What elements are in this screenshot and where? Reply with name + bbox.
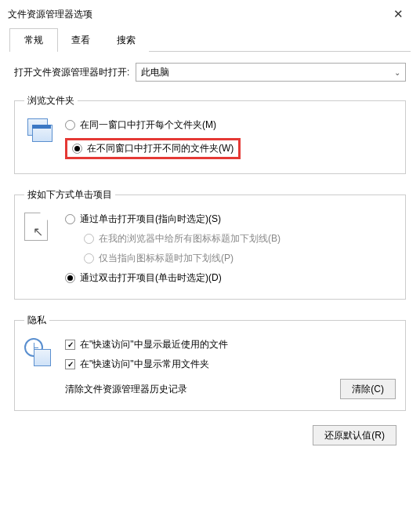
radio-icon [84,253,94,264]
radio-same-window[interactable]: 在同一窗口中打开每个文件夹(M) [65,115,396,135]
open-target-label: 打开文件资源管理器时打开: [14,66,129,79]
browse-folders-group: 浏览文件夹 在同一窗口中打开每个文件夹(M) 在不同窗口中打开不同的文件夹(W) [14,94,406,174]
checkbox-frequent-folders-label: 在"快速访问"中显示常用文件夹 [80,358,209,371]
radio-new-window-label: 在不同窗口中打开不同的文件夹(W) [87,142,234,155]
clear-button[interactable]: 清除(C) [340,379,396,399]
footer-buttons: 还原默认值(R) [9,425,411,445]
browse-folders-legend: 浏览文件夹 [24,94,78,107]
close-icon[interactable]: ✕ [384,7,412,21]
clock-icon [24,338,56,369]
radio-underline-all-label: 在我的浏览器中给所有图标标题加下划线(B) [99,232,281,245]
dialog-window: 文件资源管理器选项 ✕ 常规 查看 搜索 打开文件资源管理器时打开: 此电脑 ⌄… [0,0,420,509]
privacy-legend: 隐私 [24,314,49,327]
tab-view[interactable]: 查看 [58,28,103,52]
content-area: 常规 查看 搜索 打开文件资源管理器时打开: 此电脑 ⌄ 浏览文件夹 在同一窗口… [0,25,420,455]
radio-underline-point: 仅当指向图标标题时加下划线(P) [65,249,396,268]
highlight-box: 在不同窗口中打开不同的文件夹(W) [65,138,241,159]
radio-double-click[interactable]: 通过双击打开项目(单击时选定)(D) [65,268,396,288]
click-style-legend: 按如下方式单击项目 [24,188,115,202]
radio-icon [65,214,75,224]
radio-new-window[interactable]: 在不同窗口中打开不同的文件夹(W) [65,135,396,162]
tab-strip: 常规 查看 搜索 [9,28,411,52]
checkbox-frequent-folders[interactable]: 在"快速访问"中显示常用文件夹 [65,354,396,374]
titlebar: 文件资源管理器选项 ✕ [0,0,420,25]
chevron-down-icon: ⌄ [394,68,400,77]
click-style-group: 按如下方式单击项目 ↖ 通过单击打开项目(指向时选定)(S) 在我的浏览器中给所… [14,188,406,300]
clear-history-label: 清除文件资源管理器历史记录 [65,383,187,396]
radio-icon [72,144,82,154]
checkbox-recent-files-label: 在"快速访问"中显示最近使用的文件 [80,338,228,351]
open-target-row: 打开文件资源管理器时打开: 此电脑 ⌄ [14,63,406,82]
restore-defaults-button[interactable]: 还原默认值(R) [313,425,396,445]
open-target-value: 此电脑 [141,66,169,79]
radio-icon [65,120,75,130]
open-target-select[interactable]: 此电脑 ⌄ [136,63,406,82]
radio-single-click[interactable]: 通过单击打开项目(指向时选定)(S) [65,209,396,229]
radio-double-click-label: 通过双击打开项目(单击时选定)(D) [80,271,222,285]
radio-underline-all: 在我的浏览器中给所有图标标题加下划线(B) [65,229,396,249]
tab-general[interactable]: 常规 [9,28,58,52]
radio-icon [65,273,75,283]
page-cursor-icon: ↖ [24,213,48,241]
windows-icon [24,118,52,147]
checkbox-recent-files[interactable]: 在"快速访问"中显示最近使用的文件 [65,335,396,354]
tab-search[interactable]: 搜索 [103,28,149,52]
window-title: 文件资源管理器选项 [8,8,92,21]
radio-same-window-label: 在同一窗口中打开每个文件夹(M) [80,118,216,132]
radio-underline-point-label: 仅当指向图标标题时加下划线(P) [99,252,234,265]
radio-icon [84,234,94,244]
checkbox-icon [65,359,75,369]
radio-single-click-label: 通过单击打开项目(指向时选定)(S) [80,213,221,226]
checkbox-icon [65,340,75,350]
privacy-group: 隐私 在"快速访问"中显示最近使用的文件 在"快速访问"中显示常用文件 [14,314,406,411]
